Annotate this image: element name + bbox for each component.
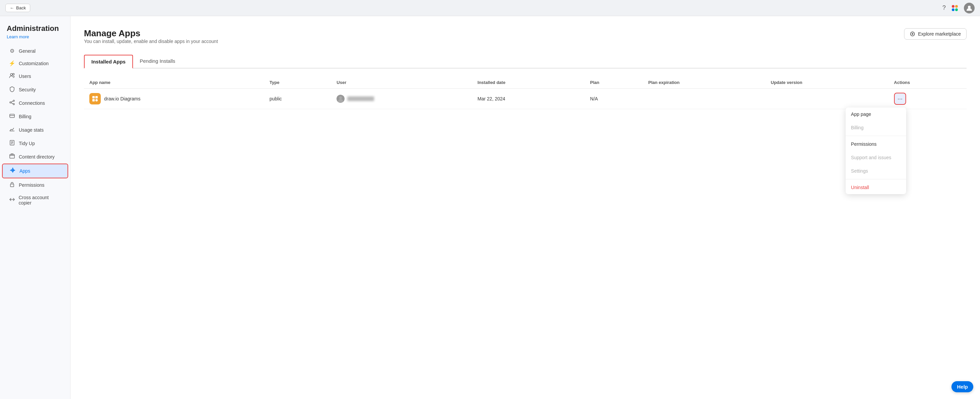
user-name-blurred xyxy=(347,96,374,101)
col-user: User xyxy=(331,76,472,89)
svg-point-3 xyxy=(955,8,958,11)
app-installed-date: Mar 22, 2024 xyxy=(472,89,585,109)
sidebar-item-label: Security xyxy=(19,87,36,92)
svg-point-5 xyxy=(10,73,13,76)
tab-installed-apps[interactable]: Installed Apps xyxy=(84,55,133,68)
content-header: Manage Apps You can install, update, ena… xyxy=(84,28,967,52)
svg-point-27 xyxy=(95,99,98,102)
sidebar-item-label: Customization xyxy=(19,61,49,66)
ellipsis-icon: ··· xyxy=(897,95,902,102)
app-name: draw.io Diagrams xyxy=(104,96,140,102)
topbar-right: ? xyxy=(942,3,975,13)
col-installed-date: Installed date xyxy=(472,76,585,89)
sidebar-item-label: General xyxy=(19,48,36,54)
table-body: draw.io Diagrams public xyxy=(84,89,967,109)
sidebar-item-cross-account-copier[interactable]: Cross account copier xyxy=(2,192,68,208)
svg-point-4 xyxy=(968,6,970,8)
connections-icon xyxy=(9,99,16,107)
svg-point-20 xyxy=(12,170,13,171)
app-plan-expiration xyxy=(643,89,765,109)
customization-icon: ⚡ xyxy=(9,60,16,67)
sidebar: Administration Learn more ⚙ General ⚡ Cu… xyxy=(0,16,70,399)
app-name-cell: draw.io Diagrams xyxy=(84,89,264,109)
back-arrow-icon: ← xyxy=(10,5,14,10)
svg-point-0 xyxy=(952,5,955,8)
gear-icon: ⚙ xyxy=(9,48,16,54)
svg-point-7 xyxy=(10,102,11,103)
dropdown-divider-1 xyxy=(846,136,906,136)
sidebar-item-label: Connections xyxy=(19,100,45,106)
shield-icon xyxy=(9,86,16,93)
app-update-version xyxy=(765,89,889,109)
cross-account-icon xyxy=(9,197,15,204)
drawio-icon xyxy=(91,95,99,102)
actions-dropdown-menu: App page Billing Permissions Support and… xyxy=(846,108,906,194)
marketplace-icon xyxy=(910,31,915,37)
sidebar-item-usage-stats[interactable]: Usage stats xyxy=(2,123,68,137)
sidebar-item-content-directory[interactable]: Content directory xyxy=(2,150,68,164)
back-label: Back xyxy=(16,5,26,10)
sidebar-learn-more[interactable]: Learn more xyxy=(0,34,70,45)
users-icon xyxy=(9,73,16,80)
app-plan: N/A xyxy=(585,89,643,109)
explore-marketplace-button[interactable]: Explore marketplace xyxy=(904,28,967,40)
apps-icon xyxy=(10,167,16,175)
table-header: App name Type User Installed date Plan P… xyxy=(84,76,967,89)
actions-menu-button[interactable]: ··· xyxy=(894,93,906,105)
sidebar-item-permissions[interactable]: Permissions xyxy=(2,178,68,192)
col-plan-expiration: Plan expiration xyxy=(643,76,765,89)
dropdown-item-settings: Settings xyxy=(846,164,906,178)
sidebar-item-security[interactable]: Security xyxy=(2,83,68,96)
dropdown-divider-2 xyxy=(846,179,906,180)
tabs: Installed Apps Pending Installs xyxy=(84,55,967,68)
sidebar-item-label: Content directory xyxy=(19,154,55,159)
tab-pending-installs[interactable]: Pending Installs xyxy=(133,55,182,68)
help-question-icon[interactable]: ? xyxy=(942,4,946,11)
svg-point-6 xyxy=(13,73,14,75)
sidebar-item-customization[interactable]: ⚡ Customization xyxy=(2,57,68,70)
content-directory-icon xyxy=(9,153,16,161)
sidebar-item-tidy-up[interactable]: Tidy Up xyxy=(2,137,68,150)
dropdown-item-app-page[interactable]: App page xyxy=(846,108,906,121)
sidebar-item-label: Usage stats xyxy=(19,127,44,133)
svg-rect-19 xyxy=(10,154,14,158)
topbar: ← Back ? xyxy=(0,0,980,16)
table-row: draw.io Diagrams public xyxy=(84,89,967,109)
back-button[interactable]: ← Back xyxy=(5,4,30,12)
help-button[interactable]: Help xyxy=(951,381,973,392)
svg-rect-24 xyxy=(92,96,95,99)
app-actions-cell: ··· App page Billing Permissions Support… xyxy=(889,89,967,109)
apps-table: App name Type User Installed date Plan P… xyxy=(84,76,967,109)
content-area: Manage Apps You can install, update, ena… xyxy=(70,16,980,399)
app-icon xyxy=(89,93,101,105)
col-plan: Plan xyxy=(585,76,643,89)
sidebar-item-label: Users xyxy=(19,73,31,79)
page-subtitle: You can install, update, enable and disa… xyxy=(84,39,218,44)
dropdown-item-billing: Billing xyxy=(846,121,906,134)
app-user xyxy=(331,89,472,109)
usage-stats-icon xyxy=(9,126,16,134)
sidebar-item-users[interactable]: Users xyxy=(2,70,68,83)
svg-point-2 xyxy=(952,8,955,11)
svg-line-11 xyxy=(11,103,13,104)
col-type: Type xyxy=(264,76,331,89)
dropdown-item-uninstall[interactable]: Uninstall xyxy=(846,181,906,194)
sidebar-item-connections[interactable]: Connections xyxy=(2,96,68,110)
sidebar-title: Administration xyxy=(0,24,70,34)
topbar-left: ← Back xyxy=(5,4,30,12)
dropdown-item-permissions[interactable]: Permissions xyxy=(846,137,906,151)
svg-point-1 xyxy=(955,5,958,8)
sidebar-item-apps[interactable]: Apps xyxy=(2,164,68,178)
sidebar-item-general[interactable]: ⚙ General xyxy=(2,45,68,57)
sidebar-item-label: Cross account copier xyxy=(19,195,62,205)
sidebar-item-label: Permissions xyxy=(19,182,45,188)
billing-icon xyxy=(9,113,16,120)
tidy-up-icon xyxy=(9,140,16,147)
avatar[interactable] xyxy=(964,3,975,13)
sidebar-item-label: Apps xyxy=(19,168,30,174)
dropdown-item-support: Support and issues xyxy=(846,151,906,164)
col-actions: Actions xyxy=(889,76,967,89)
col-update-version: Update version xyxy=(765,76,889,89)
sidebar-item-billing[interactable]: Billing xyxy=(2,110,68,123)
logo-icon xyxy=(951,4,959,12)
